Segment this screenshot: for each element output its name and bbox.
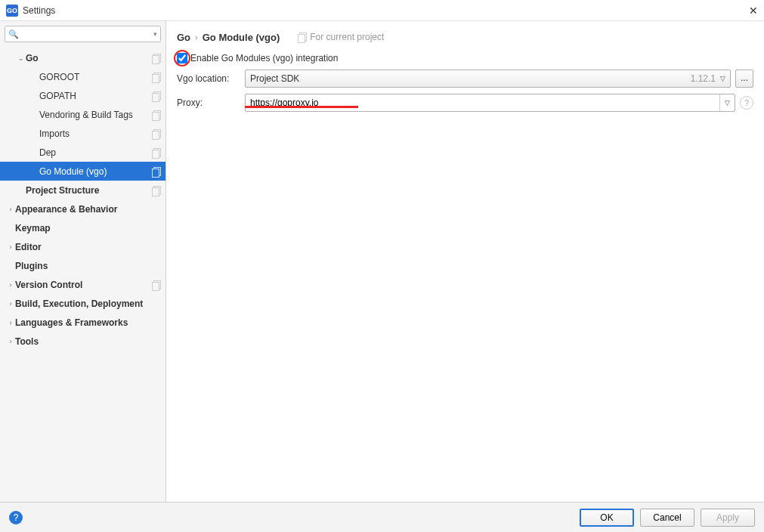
tree-languages[interactable]: ›Languages & Frameworks — [0, 313, 165, 332]
tree-version-control[interactable]: ›Version Control — [0, 275, 165, 294]
tree-item-label: Keymap — [15, 223, 161, 234]
chevron-right-icon[interactable]: › — [6, 338, 15, 345]
app-icon: GO — [6, 5, 18, 17]
tree-project-structure[interactable]: Project Structure — [0, 181, 165, 200]
proxy-dropdown-icon[interactable]: ▽ — [719, 94, 735, 111]
sidebar: 🔍 ▾ ⌄GoGOROOTGOPATHVendoring & Build Tag… — [0, 21, 166, 502]
project-scope-icon — [152, 73, 161, 82]
enable-label: Enable Go Modules (vgo) integration — [190, 53, 338, 63]
project-scope-icon — [298, 32, 307, 42]
dialog-footer: ? OK Cancel Apply — [0, 502, 764, 532]
vgo-location-select[interactable]: Project SDK 1.12.1 ▽ — [245, 70, 731, 88]
window-title: Settings — [23, 5, 737, 16]
tree-item-label: Tools — [15, 336, 161, 347]
proxy-help-icon[interactable]: ? — [740, 96, 753, 110]
tree-item-label: Go Module (vgo) — [39, 166, 152, 177]
vgo-location-value: Project SDK — [250, 73, 691, 84]
close-icon[interactable]: ✕ — [737, 5, 758, 17]
tree-item-label: Imports — [39, 128, 152, 139]
breadcrumb-go[interactable]: Go — [177, 32, 190, 43]
tree-item-label: GOPATH — [39, 91, 152, 101]
project-scope-hint: For current project — [298, 32, 384, 42]
tree-vendoring[interactable]: Vendoring & Build Tags — [0, 105, 165, 124]
tree-item-label: Languages & Frameworks — [15, 317, 161, 328]
project-scope-icon — [152, 148, 161, 157]
tree-item-label: Dep — [39, 147, 152, 158]
tree-gopath[interactable]: GOPATH — [0, 86, 165, 105]
title-bar: GO Settings ✕ — [0, 0, 764, 21]
main-panel: Go › Go Module (vgo) For current project… — [166, 21, 764, 502]
project-scope-icon — [152, 110, 161, 119]
tree-item-label: Appearance & Behavior — [15, 204, 161, 215]
project-scope-icon — [152, 91, 161, 101]
chevron-right-icon: › — [195, 32, 198, 42]
vgo-version: 1.12.1 — [691, 73, 716, 84]
enable-checkbox-input[interactable] — [177, 53, 187, 63]
tree-plugins[interactable]: Plugins — [0, 256, 165, 275]
cancel-button[interactable]: Cancel — [640, 509, 694, 527]
tree-item-label: GOROOT — [39, 72, 152, 82]
tree-appearance[interactable]: ›Appearance & Behavior — [0, 200, 165, 218]
tree-keymap[interactable]: Keymap — [0, 218, 165, 237]
enable-go-modules-checkbox[interactable]: Enable Go Modules (vgo) integration — [177, 53, 338, 63]
tree-build[interactable]: ›Build, Execution, Deployment — [0, 294, 165, 313]
project-scope-text: For current project — [310, 32, 384, 42]
tree-go-module[interactable]: Go Module (vgo) — [0, 162, 165, 181]
tree-item-label: Version Control — [15, 280, 152, 290]
help-button[interactable]: ? — [9, 511, 23, 524]
annotation-underline — [245, 106, 358, 108]
tree-goroot[interactable]: GOROOT — [0, 67, 165, 86]
tree-imports[interactable]: Imports — [0, 124, 165, 143]
project-scope-icon — [152, 280, 161, 289]
chevron-right-icon[interactable]: › — [6, 300, 15, 308]
tree-item-label: Editor — [15, 242, 161, 252]
tree-dep[interactable]: Dep — [0, 143, 165, 162]
tree-item-label: Go — [26, 53, 152, 63]
chevron-right-icon[interactable]: › — [6, 243, 15, 251]
tree-go[interactable]: ⌄Go — [0, 48, 165, 67]
proxy-label: Proxy: — [177, 97, 240, 108]
apply-button[interactable]: Apply — [701, 509, 755, 527]
vgo-location-label: Vgo location: — [177, 73, 240, 84]
proxy-input[interactable]: ▽ — [245, 94, 735, 112]
search-input[interactable]: 🔍 ▾ — [5, 26, 161, 42]
tree-item-label: Vendoring & Build Tags — [39, 110, 152, 120]
tree-item-label: Build, Execution, Deployment — [15, 298, 161, 309]
chevron-right-icon[interactable]: › — [6, 206, 15, 213]
project-scope-icon — [152, 186, 161, 195]
search-icon: 🔍 — [8, 29, 19, 39]
vgo-browse-button[interactable]: ... — [735, 70, 753, 88]
chevron-right-icon[interactable]: › — [6, 281, 15, 289]
chevron-down-icon[interactable]: ⌄ — [17, 54, 26, 62]
breadcrumb-go-module: Go Module (vgo) — [203, 32, 280, 43]
breadcrumb: Go › Go Module (vgo) For current project — [177, 29, 753, 45]
tree-item-label: Plugins — [15, 261, 161, 271]
search-field[interactable] — [20, 29, 153, 39]
project-scope-icon — [152, 167, 161, 176]
tree-tools[interactable]: ›Tools — [0, 332, 165, 351]
search-history-icon[interactable]: ▾ — [153, 30, 157, 38]
project-scope-icon — [152, 129, 161, 138]
tree-item-label: Project Structure — [26, 185, 152, 196]
chevron-right-icon[interactable]: › — [6, 319, 15, 326]
ok-button[interactable]: OK — [580, 509, 634, 527]
project-scope-icon — [152, 54, 161, 63]
settings-tree: ⌄GoGOROOTGOPATHVendoring & Build TagsImp… — [0, 47, 165, 502]
tree-editor[interactable]: ›Editor — [0, 237, 165, 256]
chevron-down-icon: ▽ — [720, 75, 725, 82]
